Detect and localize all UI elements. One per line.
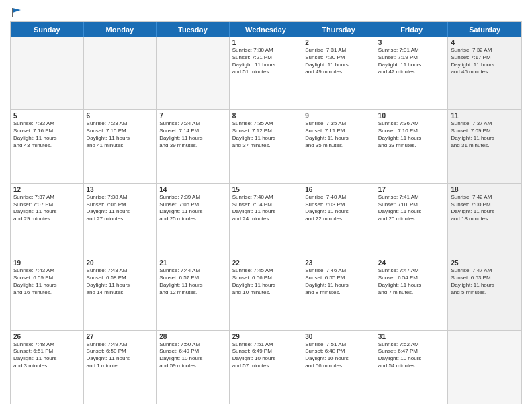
- day-number: 25: [451, 259, 519, 267]
- day-cell-11: 11Sunrise: 7:37 AM Sunset: 7:09 PM Dayli…: [448, 110, 521, 183]
- day-info: Sunrise: 7:31 AM Sunset: 7:19 PM Dayligh…: [378, 47, 445, 76]
- day-cell-8: 8Sunrise: 7:35 AM Sunset: 7:12 PM Daylig…: [230, 110, 303, 183]
- day-info: Sunrise: 7:33 AM Sunset: 7:16 PM Dayligh…: [13, 120, 81, 149]
- day-info: Sunrise: 7:47 AM Sunset: 6:54 PM Dayligh…: [378, 267, 445, 296]
- day-number: 29: [232, 333, 300, 340]
- calendar-row-5: 26Sunrise: 7:48 AM Sunset: 6:51 PM Dayli…: [11, 330, 521, 404]
- day-cell-7: 7Sunrise: 7:34 AM Sunset: 7:14 PM Daylig…: [157, 110, 230, 183]
- day-cell-24: 24Sunrise: 7:47 AM Sunset: 6:54 PM Dayli…: [375, 257, 449, 330]
- calendar-row-2: 5Sunrise: 7:33 AM Sunset: 7:16 PM Daylig…: [11, 109, 521, 183]
- day-cell-18: 18Sunrise: 7:42 AM Sunset: 7:00 PM Dayli…: [448, 184, 521, 257]
- day-cell-26: 26Sunrise: 7:48 AM Sunset: 6:51 PM Dayli…: [11, 331, 84, 404]
- day-cell-30: 30Sunrise: 7:51 AM Sunset: 6:48 PM Dayli…: [302, 331, 375, 404]
- day-number: 30: [305, 333, 372, 340]
- day-info: Sunrise: 7:31 AM Sunset: 7:20 PM Dayligh…: [305, 47, 372, 76]
- day-info: Sunrise: 7:52 AM Sunset: 6:47 PM Dayligh…: [378, 341, 445, 370]
- day-number: 24: [378, 259, 445, 267]
- calendar-row-4: 19Sunrise: 7:43 AM Sunset: 6:59 PM Dayli…: [11, 257, 521, 330]
- day-number: 14: [159, 186, 226, 193]
- day-info: Sunrise: 7:49 AM Sunset: 6:50 PM Dayligh…: [87, 341, 154, 370]
- day-info: Sunrise: 7:30 AM Sunset: 7:21 PM Dayligh…: [232, 47, 300, 76]
- day-number: 21: [159, 259, 226, 267]
- day-info: Sunrise: 7:43 AM Sunset: 6:58 PM Dayligh…: [87, 267, 154, 296]
- day-info: Sunrise: 7:43 AM Sunset: 6:59 PM Dayligh…: [13, 267, 81, 296]
- day-cell-13: 13Sunrise: 7:38 AM Sunset: 7:06 PM Dayli…: [84, 184, 157, 257]
- day-cell-20: 20Sunrise: 7:43 AM Sunset: 6:58 PM Dayli…: [84, 257, 157, 330]
- header-day-sunday: Sunday: [11, 22, 84, 37]
- day-number: 7: [159, 112, 226, 120]
- day-cell-17: 17Sunrise: 7:41 AM Sunset: 7:01 PM Dayli…: [375, 184, 449, 257]
- day-number: 18: [451, 186, 519, 193]
- day-info: Sunrise: 7:39 AM Sunset: 7:05 PM Dayligh…: [159, 194, 226, 223]
- header-day-saturday: Saturday: [448, 22, 521, 37]
- day-cell-19: 19Sunrise: 7:43 AM Sunset: 6:59 PM Dayli…: [11, 257, 84, 330]
- logo: [10, 7, 24, 16]
- empty-cell-0-1: [84, 37, 157, 109]
- day-info: Sunrise: 7:46 AM Sunset: 6:55 PM Dayligh…: [305, 267, 372, 296]
- day-cell-12: 12Sunrise: 7:37 AM Sunset: 7:07 PM Dayli…: [11, 184, 84, 257]
- day-cell-28: 28Sunrise: 7:50 AM Sunset: 6:49 PM Dayli…: [157, 331, 230, 404]
- svg-marker-0: [13, 8, 21, 13]
- day-cell-9: 9Sunrise: 7:35 AM Sunset: 7:11 PM Daylig…: [302, 110, 375, 183]
- empty-cell-0-2: [157, 37, 230, 109]
- calendar-header: SundayMondayTuesdayWednesdayThursdayFrid…: [11, 22, 521, 37]
- day-info: Sunrise: 7:37 AM Sunset: 7:09 PM Dayligh…: [451, 120, 519, 149]
- day-cell-6: 6Sunrise: 7:33 AM Sunset: 7:15 PM Daylig…: [84, 110, 157, 183]
- day-number: 9: [305, 112, 372, 120]
- day-cell-14: 14Sunrise: 7:39 AM Sunset: 7:05 PM Dayli…: [157, 184, 230, 257]
- calendar-body: 1Sunrise: 7:30 AM Sunset: 7:21 PM Daylig…: [11, 37, 521, 404]
- day-cell-31: 31Sunrise: 7:52 AM Sunset: 6:47 PM Dayli…: [375, 331, 449, 404]
- empty-cell-4-6: [448, 331, 521, 404]
- day-cell-29: 29Sunrise: 7:51 AM Sunset: 6:49 PM Dayli…: [230, 331, 303, 404]
- day-number: 8: [232, 112, 300, 120]
- day-number: 15: [232, 186, 300, 193]
- calendar: SundayMondayTuesdayWednesdayThursdayFrid…: [10, 21, 522, 404]
- day-number: 11: [451, 112, 519, 120]
- header-day-wednesday: Wednesday: [230, 22, 303, 37]
- day-info: Sunrise: 7:47 AM Sunset: 6:53 PM Dayligh…: [451, 267, 519, 296]
- day-number: 19: [13, 259, 81, 267]
- day-cell-10: 10Sunrise: 7:36 AM Sunset: 7:10 PM Dayli…: [375, 110, 449, 183]
- logo-flag-icon: [11, 7, 24, 19]
- day-number: 12: [13, 186, 81, 193]
- day-number: 1: [232, 39, 300, 46]
- day-cell-2: 2Sunrise: 7:31 AM Sunset: 7:20 PM Daylig…: [302, 37, 375, 109]
- day-number: 22: [232, 259, 300, 267]
- day-info: Sunrise: 7:51 AM Sunset: 6:48 PM Dayligh…: [305, 341, 372, 370]
- day-info: Sunrise: 7:34 AM Sunset: 7:14 PM Dayligh…: [159, 120, 226, 149]
- header-day-tuesday: Tuesday: [157, 22, 230, 37]
- day-number: 6: [87, 112, 154, 120]
- day-number: 28: [159, 333, 226, 340]
- day-info: Sunrise: 7:40 AM Sunset: 7:03 PM Dayligh…: [305, 194, 372, 223]
- day-cell-1: 1Sunrise: 7:30 AM Sunset: 7:21 PM Daylig…: [230, 37, 303, 109]
- header-day-monday: Monday: [84, 22, 157, 37]
- day-cell-16: 16Sunrise: 7:40 AM Sunset: 7:03 PM Dayli…: [302, 184, 375, 257]
- day-cell-23: 23Sunrise: 7:46 AM Sunset: 6:55 PM Dayli…: [302, 257, 375, 330]
- day-cell-22: 22Sunrise: 7:45 AM Sunset: 6:56 PM Dayli…: [230, 257, 303, 330]
- header: [10, 7, 522, 16]
- day-number: 26: [13, 333, 81, 340]
- empty-cell-0-0: [11, 37, 84, 109]
- day-info: Sunrise: 7:41 AM Sunset: 7:01 PM Dayligh…: [378, 194, 445, 223]
- day-number: 16: [305, 186, 372, 193]
- day-cell-21: 21Sunrise: 7:44 AM Sunset: 6:57 PM Dayli…: [157, 257, 230, 330]
- day-cell-4: 4Sunrise: 7:32 AM Sunset: 7:17 PM Daylig…: [448, 37, 521, 109]
- day-number: 17: [378, 186, 445, 193]
- day-info: Sunrise: 7:35 AM Sunset: 7:11 PM Dayligh…: [305, 120, 372, 149]
- day-info: Sunrise: 7:50 AM Sunset: 6:49 PM Dayligh…: [159, 341, 226, 370]
- day-info: Sunrise: 7:44 AM Sunset: 6:57 PM Dayligh…: [159, 267, 226, 296]
- day-info: Sunrise: 7:33 AM Sunset: 7:15 PM Dayligh…: [87, 120, 154, 149]
- day-number: 13: [87, 186, 154, 193]
- day-cell-25: 25Sunrise: 7:47 AM Sunset: 6:53 PM Dayli…: [448, 257, 521, 330]
- page: SundayMondayTuesdayWednesdayThursdayFrid…: [0, 0, 532, 411]
- day-info: Sunrise: 7:38 AM Sunset: 7:06 PM Dayligh…: [87, 194, 154, 223]
- day-info: Sunrise: 7:35 AM Sunset: 7:12 PM Dayligh…: [232, 120, 300, 149]
- header-day-thursday: Thursday: [302, 22, 375, 37]
- day-info: Sunrise: 7:45 AM Sunset: 6:56 PM Dayligh…: [232, 267, 300, 296]
- day-number: 23: [305, 259, 372, 267]
- day-cell-5: 5Sunrise: 7:33 AM Sunset: 7:16 PM Daylig…: [11, 110, 84, 183]
- day-cell-15: 15Sunrise: 7:40 AM Sunset: 7:04 PM Dayli…: [230, 184, 303, 257]
- day-info: Sunrise: 7:51 AM Sunset: 6:49 PM Dayligh…: [232, 341, 300, 370]
- day-number: 2: [305, 39, 372, 46]
- day-number: 20: [87, 259, 154, 267]
